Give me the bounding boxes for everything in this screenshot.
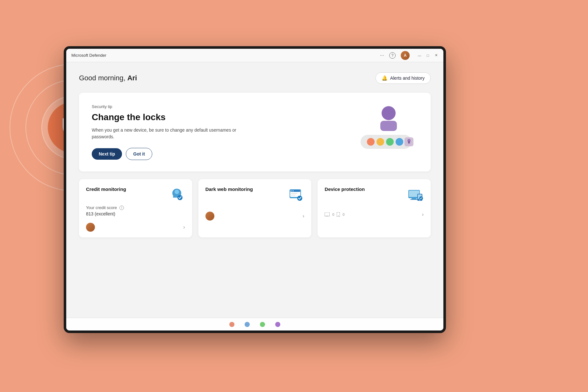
device-chevron-icon: › <box>422 212 424 217</box>
svg-point-4 <box>376 138 384 146</box>
credit-chevron-icon: › <box>183 224 185 230</box>
security-tip-title: Change the locks <box>92 112 257 122</box>
svg-point-10 <box>408 141 410 143</box>
svg-point-3 <box>367 138 375 146</box>
taskbar-item-1[interactable] <box>227 320 236 329</box>
svg-point-34 <box>229 322 234 327</box>
svg-point-5 <box>386 138 394 146</box>
user-avatar[interactable]: A <box>401 51 410 60</box>
header-row: Good morning, Ari 🔔 Alerts and history <box>79 72 431 84</box>
credit-monitoring-icon <box>169 186 185 203</box>
taskbar <box>66 318 443 330</box>
svg-rect-25 <box>410 199 418 200</box>
title-bar: Microsoft Defender ··· ? A — □ ✕ <box>66 49 443 62</box>
alerts-button-label: Alerts and history <box>390 76 425 81</box>
alerts-history-button[interactable]: 🔔 Alerts and history <box>376 72 431 84</box>
taskbar-icon-2 <box>244 321 250 328</box>
device-protection-card[interactable]: Device protection <box>318 179 431 237</box>
device-card-title: Device protection <box>325 186 365 192</box>
svg-point-33 <box>338 215 339 216</box>
svg-point-12 <box>175 190 179 194</box>
security-tip-content: Security tip Change the locks When you g… <box>92 104 257 160</box>
bell-icon: 🔔 <box>382 75 388 81</box>
svg-rect-20 <box>291 195 296 195</box>
next-tip-button[interactable]: Next tip <box>92 148 122 160</box>
maximize-button[interactable]: □ <box>426 53 430 58</box>
credit-monitoring-card[interactable]: Credit monitoring Your credit score i <box>79 179 192 237</box>
darkweb-card-title: Dark web monitoring <box>205 186 253 192</box>
security-tip-label: Security tip <box>92 104 257 109</box>
svg-point-0 <box>382 106 396 120</box>
window-controls: — □ ✕ <box>417 53 438 58</box>
darkweb-card-footer: › <box>205 212 305 221</box>
darkweb-card-avatar <box>205 212 214 221</box>
greeting-name: Ari <box>127 74 137 82</box>
svg-point-6 <box>396 138 403 146</box>
info-icon[interactable]: i <box>119 206 124 210</box>
taskbar-item-4[interactable] <box>273 320 282 329</box>
svg-rect-19 <box>291 193 297 194</box>
tip-illustration <box>354 104 418 155</box>
credit-value: 813 (excellent) <box>86 211 185 216</box>
credit-card-avatar <box>86 223 95 232</box>
greeting-prefix: Good morning, <box>79 74 127 82</box>
device-icons: 0 0 <box>325 212 344 217</box>
svg-point-36 <box>260 322 265 327</box>
taskbar-item-3[interactable] <box>258 320 267 329</box>
main-content: Good morning, Ari 🔔 Alerts and history S… <box>66 62 443 318</box>
taskbar-icon-3 <box>259 321 266 328</box>
svg-point-37 <box>275 322 280 327</box>
svg-point-35 <box>245 322 250 327</box>
minimize-button[interactable]: — <box>417 53 422 58</box>
taskbar-icon-4 <box>275 321 281 328</box>
got-it-button[interactable]: Got it <box>126 148 152 160</box>
monitor-icon <box>325 213 330 216</box>
close-button[interactable]: ✕ <box>434 53 438 58</box>
darkweb-chevron-icon: › <box>303 213 304 219</box>
svg-point-21 <box>297 196 302 201</box>
card-header-device: Device protection <box>325 186 424 203</box>
dark-web-monitoring-icon <box>288 186 304 203</box>
credit-subtitle: Your credit score i <box>86 205 185 210</box>
card-header-darkweb: Dark web monitoring <box>205 186 305 203</box>
svg-point-18 <box>292 190 294 192</box>
svg-point-13 <box>177 195 183 200</box>
svg-rect-1 <box>380 121 397 131</box>
svg-rect-24 <box>412 198 417 199</box>
help-button[interactable]: ? <box>389 52 396 59</box>
svg-point-17 <box>290 190 292 192</box>
credit-card-title: Credit monitoring <box>86 186 126 192</box>
app-title: Microsoft Defender <box>71 53 380 58</box>
locks-illustration <box>354 104 418 155</box>
taskbar-item-2[interactable] <box>243 320 252 329</box>
greeting: Good morning, Ari <box>79 74 137 82</box>
cards-row: Credit monitoring Your credit score i <box>79 179 431 237</box>
credit-card-footer: › <box>86 223 185 232</box>
security-tip-actions: Next tip Got it <box>92 148 257 160</box>
security-tip-card: Security tip Change the locks When you g… <box>79 93 431 171</box>
title-bar-controls: ··· ? A — □ ✕ <box>380 51 438 60</box>
device-protection-icon <box>407 186 424 203</box>
svg-rect-30 <box>325 213 330 216</box>
security-tip-description: When you get a new device, be sure to ch… <box>92 127 257 140</box>
laptop-screen: Microsoft Defender ··· ? A — □ ✕ <box>66 49 443 330</box>
phone-icon <box>337 212 340 217</box>
taskbar-icon-1 <box>229 321 235 328</box>
laptop-frame: Microsoft Defender ··· ? A — □ ✕ <box>64 46 446 333</box>
device-card-footer: 0 0 › <box>325 212 424 217</box>
more-options-button[interactable]: ··· <box>380 53 384 58</box>
dark-web-monitoring-card[interactable]: Dark web monitoring <box>198 179 312 237</box>
card-header-credit: Credit monitoring <box>86 186 185 203</box>
